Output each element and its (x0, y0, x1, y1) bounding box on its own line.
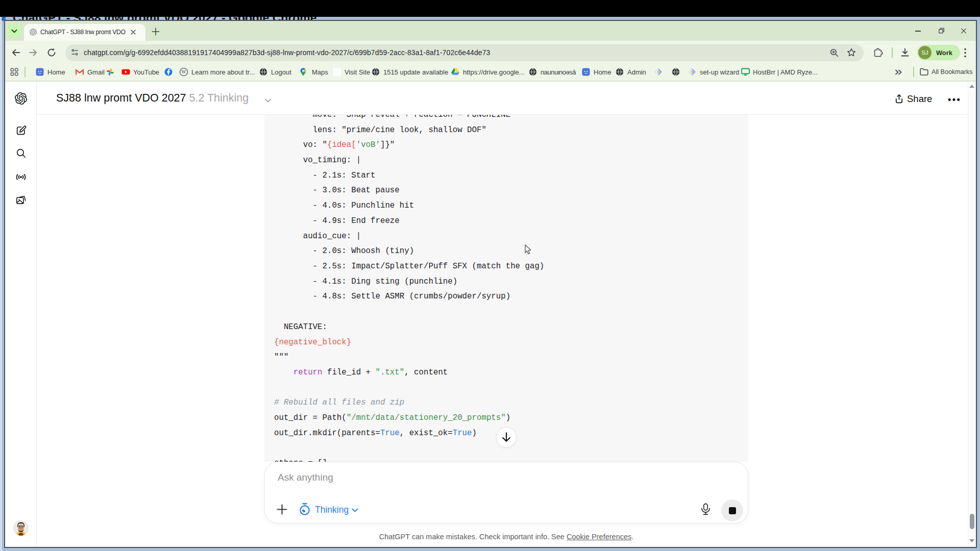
svg-text:W: W (182, 69, 186, 74)
